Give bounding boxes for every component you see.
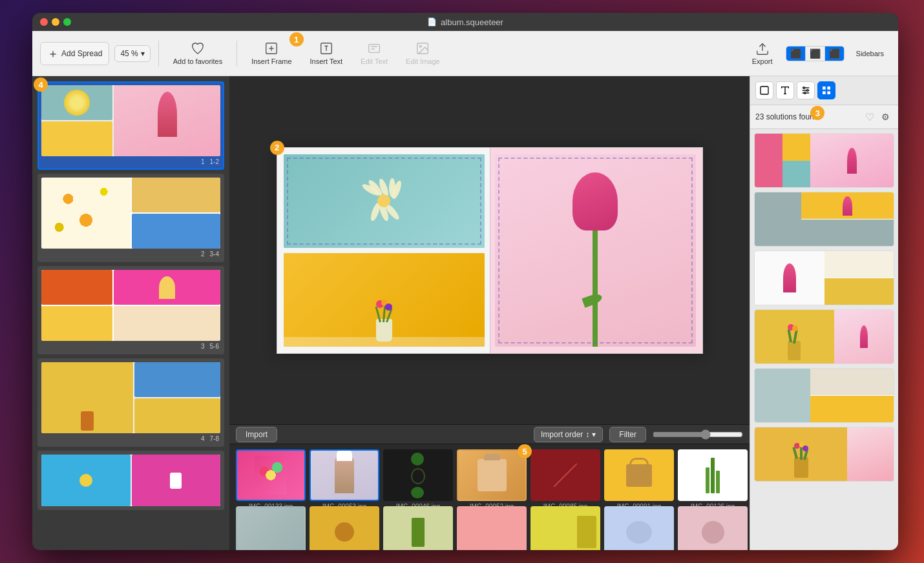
import-button[interactable]: Import	[236, 427, 277, 442]
strip-img-thumb-r2-1	[236, 506, 306, 550]
add-spread-button[interactable]: ＋ Add Spread	[40, 42, 109, 65]
insert-frame-label: Insert Frame	[251, 57, 291, 65]
svg-rect-22	[827, 91, 830, 94]
strip-img-thumb-7	[678, 449, 748, 501]
filter-button[interactable]: Filter	[609, 427, 646, 442]
strip-img-3[interactable]: IMG_00046.jpg ⊘0 ★0	[383, 449, 453, 506]
edit-image-button[interactable]: Edit Image	[399, 37, 446, 69]
svg-rect-20	[827, 87, 830, 90]
solution-thumb-3[interactable]	[754, 251, 894, 305]
panel-text-icon-btn[interactable]	[776, 81, 794, 99]
solution-thumb-6[interactable]	[754, 427, 894, 482]
strip-img-thumb-3	[383, 449, 453, 501]
page-thumb-1[interactable]: 1 1-2 4	[37, 81, 224, 170]
page-thumb-3[interactable]: 3 5-6	[37, 266, 224, 354]
export-label: Export	[752, 57, 773, 65]
spread-right	[490, 148, 702, 353]
strip-img-r2-6[interactable]	[604, 506, 674, 550]
settings-button[interactable]: ⚙	[877, 109, 893, 125]
strip-img-thumb-r2-2	[310, 506, 379, 550]
strip-img-r2-5[interactable]	[530, 506, 600, 550]
page-thumb-2[interactable]: 2 3-4	[37, 174, 224, 262]
center-line	[490, 148, 490, 353]
edit-text-label: Edit Text	[361, 57, 388, 65]
edit-image-icon	[415, 41, 430, 56]
panel-adjust-icon-btn[interactable]	[797, 81, 815, 99]
main-window: 📄 album.squeeteer ＋ Add Spread 45 % ▾ Ad…	[32, 13, 898, 550]
solutions-count: 23 solutions found	[755, 112, 818, 121]
zoom-button[interactable]: 45 % ▾	[114, 45, 150, 62]
favorites-filter-button[interactable]: ♡	[862, 109, 877, 125]
sidebars-button[interactable]: Sidebars	[850, 46, 890, 61]
strip-img-5[interactable]: IMG_00085.jpg ⊘0 ★0	[530, 449, 600, 506]
text-icon	[780, 85, 790, 96]
frame-icon	[759, 85, 770, 96]
maximize-button[interactable]	[63, 18, 71, 26]
strip-img-4[interactable]: 5 IMG_00052.jpg ⊘0 ★0	[457, 449, 527, 506]
strip-img-r2-4[interactable]	[457, 506, 527, 550]
svg-rect-21	[823, 91, 826, 94]
panel-grid-icon-btn[interactable]	[817, 81, 835, 99]
solution-thumb-4[interactable]	[754, 309, 894, 364]
strip-img-thumb-r2-4	[457, 506, 527, 550]
sidebar-view-both[interactable]: ⬛	[806, 46, 825, 61]
strip-img-r2-1[interactable]	[236, 506, 306, 550]
canvas-spread[interactable]	[277, 147, 703, 354]
solution-thumb-2[interactable]	[754, 192, 894, 247]
svg-point-18	[804, 92, 806, 94]
title-text: album.squeeteer	[441, 17, 503, 27]
strip-img-7[interactable]: IMG_00126.jpg ⊘0 ★0	[678, 449, 748, 506]
strip-img-r2-2[interactable]	[310, 506, 379, 550]
sidebars-label: Sidebars	[856, 50, 884, 57]
solution-thumb-5[interactable]	[754, 368, 894, 423]
page-thumb-4[interactable]: 4 7-8	[37, 358, 224, 447]
svg-rect-19	[823, 87, 826, 90]
photo-cell-yellow	[284, 253, 485, 347]
order-button[interactable]: Import order ↕ ▾	[534, 427, 603, 442]
strip-img-thumb-r2-6	[604, 506, 674, 550]
insert-text-label: Insert Text	[310, 57, 343, 65]
close-button[interactable]	[40, 18, 48, 26]
solution-thumb-1[interactable]	[754, 133, 894, 188]
add-favorites-button[interactable]: Add to favorites	[167, 37, 229, 69]
svg-rect-6	[369, 45, 380, 53]
sliders-icon	[801, 85, 811, 96]
export-icon	[755, 42, 770, 56]
strip-img-r2-3[interactable]	[383, 506, 453, 550]
sort-icon: ↕	[585, 430, 589, 439]
svg-point-16	[803, 87, 805, 89]
insert-text-button[interactable]: Insert Text	[304, 37, 350, 69]
window-title: 📄 album.squeeteer	[427, 17, 503, 27]
strip-img-thumb-r2-3	[383, 506, 453, 550]
strip-img-thumb-r2-7	[678, 506, 748, 550]
export-button[interactable]: Export	[744, 39, 781, 68]
separator-2	[236, 41, 237, 67]
size-slider[interactable]	[653, 429, 743, 440]
add-favorites-label: Add to favorites	[173, 57, 222, 65]
thumb-label-4: 4 7-8	[41, 433, 220, 443]
strip-img-6[interactable]: IMG_00091.jpg ⊘0 ★0	[604, 449, 674, 506]
thumb-label-3: 3 5-6	[41, 341, 220, 351]
sidebar-view-left[interactable]: ⬛	[786, 46, 806, 61]
sidebar-view-right[interactable]: ⬛	[825, 46, 844, 61]
grid-icon	[821, 85, 832, 96]
strip-img-2[interactable]: IMG_00053.jpg ⊘0 ★0	[310, 449, 379, 506]
chevron-down-icon: ▾	[592, 430, 596, 439]
edit-text-button[interactable]: Edit Text	[354, 37, 394, 69]
svg-rect-12	[761, 87, 768, 94]
strip-img-thumb-6	[604, 449, 674, 501]
zoom-value: 45 %	[120, 49, 138, 58]
strip-img-thumb-r2-5	[530, 506, 600, 550]
right-panel-icons	[750, 76, 898, 105]
strip-img-r2-7[interactable]	[678, 506, 748, 550]
canvas-area: 2	[229, 76, 750, 424]
strip-images-row1: IMG_00133.jpg ⊘0 ★0	[229, 444, 750, 506]
add-spread-label: Add Spread	[61, 49, 102, 58]
panel-frame-icon-btn[interactable]	[755, 81, 773, 99]
page-thumb-5[interactable]	[37, 451, 224, 510]
titlebar: 📄 album.squeeteer	[32, 13, 898, 31]
minimize-button[interactable]	[52, 18, 59, 26]
left-panel: 1 1-2 4 2	[32, 76, 229, 550]
strip-img-1[interactable]: IMG_00133.jpg ⊘0 ★0	[236, 449, 306, 506]
sidebar-view-buttons: ⬛ ⬛ ⬛	[786, 46, 845, 61]
